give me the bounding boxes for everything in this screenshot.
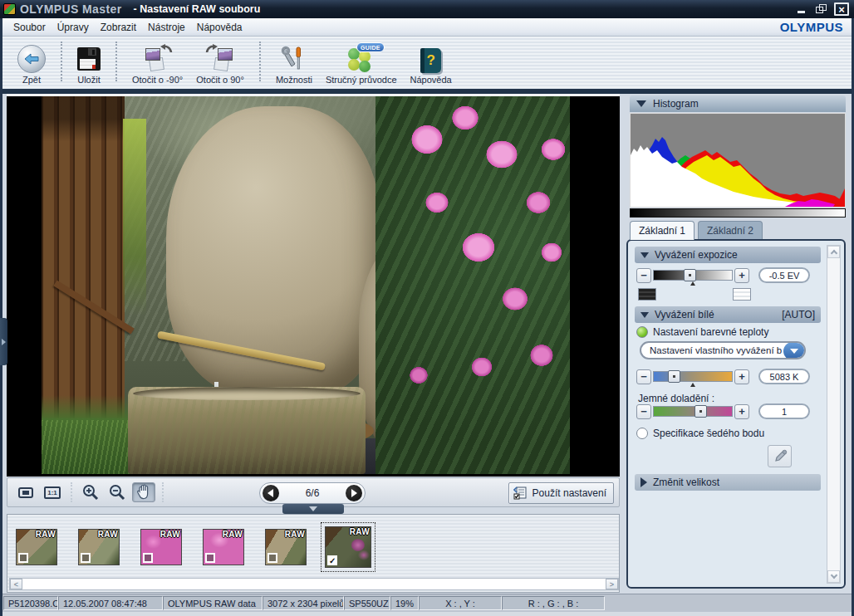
thumbnail-3-checkbox[interactable] [143, 553, 153, 563]
chevron-up-icon [831, 250, 837, 257]
thumbnail-2[interactable]: RAW [78, 529, 120, 565]
white-balance-section-header[interactable]: Vyvážení bílé [AUTO] [635, 306, 821, 323]
expand-triangle-icon [640, 477, 647, 487]
fine-tune-slider-track[interactable] [653, 406, 733, 417]
thumbnail-6-selected[interactable]: RAW ✓ [325, 526, 371, 568]
back-button[interactable]: Zpět [11, 40, 52, 85]
histogram-header[interactable]: Histogram [630, 95, 846, 112]
back-arrow-icon [17, 45, 46, 73]
settings-panel: Histogram Základní 1 Základní 2 [623, 95, 849, 591]
tab-zakladni-1[interactable]: Základní 1 [630, 221, 694, 240]
panel-scrollbar[interactable] [827, 245, 841, 584]
restore-button[interactable] [814, 3, 828, 15]
zoom-in-button[interactable] [79, 482, 102, 502]
thumbnail-1-checkbox[interactable] [18, 553, 28, 563]
apply-settings-button[interactable]: Použít nastavení [508, 482, 614, 504]
exposure-section-header[interactable]: Vyvážení expozice [635, 247, 821, 263]
thumbnail-3[interactable]: RAW [140, 529, 182, 565]
raw-badge: RAW [98, 530, 118, 539]
status-dimensions: 3072 x 2304 pixelů [263, 596, 344, 610]
fit-icon [18, 487, 33, 498]
fine-tune-value: 1 [758, 403, 810, 419]
minimize-button[interactable] [794, 3, 808, 15]
thumbnail-5[interactable]: RAW [265, 529, 307, 565]
temperature-plus-button[interactable]: + [734, 369, 749, 384]
menu-zobrazit[interactable]: Zobrazit [95, 20, 142, 35]
thumbnail-strip: RAW RAW RAW RAW RAW RAW ✓ [7, 514, 620, 593]
fine-tune-slider-row: − + 1 [636, 403, 810, 419]
thumbnail-4-checkbox[interactable] [205, 553, 215, 563]
thumbnail-2-checkbox[interactable] [81, 553, 91, 563]
eyedropper-button[interactable] [768, 445, 792, 467]
toolbar-separator [259, 42, 261, 81]
collapse-triangle-icon [640, 252, 649, 258]
center-tick-icon [690, 383, 695, 387]
temperature-slider-track[interactable] [653, 371, 733, 382]
thumbnail-scrollbar[interactable]: < > [9, 578, 619, 590]
fine-tune-slider-handle[interactable] [694, 405, 707, 418]
raw-badge: RAW [223, 530, 243, 539]
chevron-down-icon[interactable] [783, 342, 805, 359]
status-cursor-xy: X : , Y : [419, 596, 502, 610]
center-tick-icon [690, 281, 695, 286]
exposure-slider-track[interactable] [653, 270, 733, 281]
close-button[interactable]: × [834, 2, 849, 16]
thumbnail-4[interactable]: RAW [203, 529, 244, 565]
right-triangle-icon [351, 489, 357, 497]
raw-photo-preview [42, 96, 570, 474]
thumbnail-5-checkbox[interactable] [267, 553, 277, 563]
thumbnail-6-checkbox[interactable]: ✓ [327, 555, 337, 565]
save-button[interactable]: Uložit [71, 40, 107, 85]
exposure-plus-button[interactable]: + [734, 268, 749, 283]
scroll-right-button[interactable]: > [606, 579, 618, 589]
exposure-minus-button[interactable]: − [636, 268, 651, 283]
status-zoom-level: 19% [390, 596, 419, 610]
temperature-minus-button[interactable]: − [636, 369, 651, 384]
menu-bar: Soubor Úpravy Zobrazit Nástroje Nápověda… [2, 18, 852, 37]
menu-napoveda[interactable]: Nápověda [191, 20, 248, 35]
left-panel-toggle[interactable] [0, 318, 7, 365]
dark-preview-button[interactable] [638, 288, 656, 301]
raw-badge: RAW [160, 530, 180, 539]
scroll-down-button[interactable] [827, 570, 840, 583]
menu-soubor[interactable]: Soubor [7, 20, 52, 35]
app-icon [3, 3, 16, 15]
status-filename: P5120398.ORF [3, 596, 58, 610]
fit-to-window-button[interactable] [14, 482, 37, 502]
zoom-out-button[interactable] [106, 482, 129, 502]
rotate-ccw-button[interactable]: Otočit o -90° [125, 40, 189, 85]
quick-guide-button[interactable]: GUIDE Stručný průvodce [319, 40, 404, 85]
rotate-cw-button[interactable]: Otočit o 90° [189, 40, 251, 85]
collapse-triangle-icon [640, 312, 649, 318]
olympus-logo: OLYMPUS [780, 20, 847, 34]
pan-hand-button[interactable] [132, 482, 155, 502]
status-bar: P5120398.ORF 12.05.2007 08:47:48 OLYMPUS… [2, 594, 852, 616]
fine-tune-minus-button[interactable]: − [636, 404, 651, 419]
thumbnail-1[interactable]: RAW [16, 529, 57, 565]
help-button[interactable]: ? Nápověda [404, 40, 459, 85]
actual-size-button[interactable]: 1:1 [41, 482, 64, 502]
options-button[interactable]: Možnosti [269, 40, 319, 85]
scroll-left-button[interactable]: < [10, 579, 22, 589]
menu-upravy[interactable]: Úpravy [52, 20, 95, 35]
next-image-button[interactable] [346, 485, 362, 501]
floppy-disk-icon [77, 47, 101, 71]
gray-point-radio-row[interactable]: Specifikace šedého bodu [636, 428, 764, 439]
thumbnail-panel-splitter[interactable] [282, 504, 344, 514]
scroll-up-button[interactable] [827, 246, 840, 258]
menu-nastroje[interactable]: Nástroje [142, 20, 191, 35]
tools-icon [280, 45, 308, 73]
raw-badge: RAW [36, 530, 56, 539]
white-balance-preset-dropdown[interactable]: Nastavení vlastního vyvážení b [640, 341, 806, 359]
temperature-slider-handle[interactable] [668, 370, 680, 383]
previous-image-button[interactable] [263, 485, 279, 501]
fine-tune-plus-button[interactable]: + [734, 404, 749, 419]
tab-zakladni-2[interactable]: Základní 2 [698, 221, 763, 240]
resize-section-header[interactable]: Změnit velikost [635, 474, 821, 491]
exposure-slider-handle[interactable] [684, 269, 696, 281]
light-preview-button[interactable] [733, 288, 751, 301]
clover-guide-icon: GUIDE [345, 46, 378, 73]
radio-selected-icon[interactable] [636, 326, 648, 338]
color-temperature-radio-row[interactable]: Nastavení barevné teploty [636, 326, 768, 338]
radio-unselected-icon[interactable] [636, 428, 648, 439]
